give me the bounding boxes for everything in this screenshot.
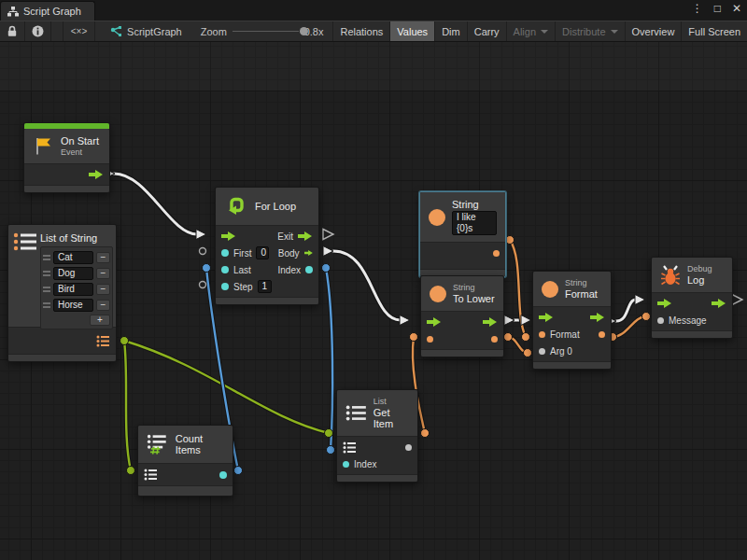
node-debug-log[interactable]: Debug Log Message (651, 257, 733, 339)
result-output-port[interactable] (599, 331, 605, 338)
carry-button[interactable]: Carry (467, 21, 506, 42)
node-on-start[interactable]: On Start Event (23, 122, 110, 193)
exec-output-port[interactable] (590, 313, 605, 322)
wire-endpoint[interactable] (234, 467, 243, 475)
last-input-port[interactable] (221, 266, 229, 273)
drag-handle-icon[interactable] (43, 255, 50, 260)
node-footer (337, 474, 417, 482)
tab-script-graph[interactable]: Script Graph (0, 1, 95, 21)
bug-icon (660, 265, 681, 286)
port-label-index: Index (354, 459, 376, 469)
list-item-field[interactable]: Bird (53, 283, 93, 296)
string-output-port[interactable] (491, 336, 498, 343)
wire-endpoint[interactable] (127, 467, 135, 475)
graph-canvas[interactable]: On Start Event Lis (0, 42, 747, 560)
node-footer (533, 361, 611, 369)
string-input-port[interactable] (427, 336, 433, 343)
first-input-port[interactable] (221, 249, 229, 257)
list-input-port[interactable] (343, 441, 357, 454)
zoom-slider-knob[interactable] (300, 27, 308, 35)
wire-endpoint[interactable] (522, 333, 530, 342)
node-string-literal[interactable]: String I like {0}s (419, 191, 506, 277)
maximize-icon[interactable]: □ (714, 2, 721, 15)
count-output-port[interactable] (219, 471, 227, 479)
wire-endpoint[interactable] (327, 446, 335, 455)
step-value-field[interactable]: 1 (258, 280, 273, 293)
exec-output-port[interactable] (712, 299, 726, 308)
list-output-port[interactable] (96, 335, 110, 347)
wire-endpoint[interactable] (524, 349, 532, 357)
node-footer (421, 349, 503, 357)
wire-endpoint[interactable] (410, 333, 418, 342)
window-menu-icon[interactable]: ⋮ (692, 2, 703, 15)
drag-handle-icon[interactable] (43, 302, 50, 308)
values-button[interactable]: Values (389, 21, 434, 42)
exec-output-port[interactable] (483, 317, 498, 327)
wire-endpoint[interactable] (203, 264, 211, 273)
wire-endpoint[interactable] (322, 264, 331, 273)
add-item-button[interactable]: + (90, 315, 110, 326)
node-list-of-string[interactable]: List of String Cat − Dog − Bird (7, 224, 117, 362)
drag-handle-icon[interactable] (43, 287, 50, 292)
dim-button[interactable]: Dim (434, 21, 467, 42)
overview-button[interactable]: Overview (625, 21, 682, 42)
port-label-last: Last (233, 265, 251, 275)
node-title: Format (565, 288, 598, 300)
list-input-port[interactable] (144, 469, 158, 481)
string-value-field[interactable]: I like {0}s (452, 211, 497, 235)
exit-output-port[interactable] (298, 231, 313, 241)
node-count-items[interactable]: Count Items (137, 425, 233, 497)
wire-endpoint[interactable] (120, 337, 129, 345)
exec-input-port[interactable] (539, 313, 554, 322)
list-item-field[interactable]: Horse (53, 299, 93, 312)
relations-button[interactable]: Relations (332, 21, 389, 42)
index-input-port[interactable] (343, 461, 349, 468)
string-output-port[interactable] (493, 250, 500, 257)
port-label-message: Message (669, 315, 707, 326)
remove-item-button[interactable]: − (96, 252, 110, 263)
info-button[interactable] (25, 21, 51, 42)
node-to-lower[interactable]: String To Lower (420, 275, 504, 357)
remove-item-button[interactable]: − (96, 284, 110, 295)
format-input-port[interactable] (539, 331, 545, 338)
graph-selector[interactable]: ScriptGraph (95, 26, 191, 37)
step-input-port[interactable] (221, 283, 229, 290)
exec-input-port[interactable] (427, 317, 442, 327)
distribute-button[interactable]: Distribute (555, 21, 624, 42)
node-get-item[interactable]: List Get Item Index (336, 389, 418, 483)
port-label-exit: Exit (277, 231, 293, 242)
exec-input-port[interactable] (221, 231, 236, 241)
wire-endpoint[interactable] (504, 333, 513, 342)
remove-item-button[interactable]: − (96, 300, 110, 311)
item-output-port[interactable] (405, 444, 412, 451)
exec-input-port[interactable] (657, 299, 672, 308)
flag-icon (33, 135, 54, 157)
close-icon[interactable]: ✕ (732, 2, 741, 15)
wire-endpoint[interactable] (506, 236, 514, 245)
message-input-port[interactable] (657, 317, 664, 324)
first-value-field[interactable]: 0 (256, 246, 268, 259)
wire-endpoint[interactable] (421, 429, 430, 438)
full-screen-button[interactable]: Full Screen (681, 21, 747, 42)
index-output-port[interactable] (305, 266, 313, 273)
node-for-loop[interactable]: For Loop Exit First 0 Body (215, 187, 319, 305)
node-format[interactable]: String Format Format Arg (532, 271, 612, 370)
list-item-field[interactable]: Cat (53, 251, 93, 264)
port-label-index: Index (278, 265, 301, 275)
wire-endpoint[interactable] (642, 313, 651, 321)
zoom-slider[interactable] (233, 27, 299, 36)
wire-forloop-body-to-tolower-enter[interactable] (333, 251, 401, 320)
remove-item-button[interactable]: − (96, 268, 110, 279)
arg0-input-port[interactable] (539, 348, 545, 355)
list-item-field[interactable]: Dog (53, 267, 93, 280)
wire-endpoint[interactable] (325, 429, 333, 438)
wire-onstart-to-forloop-enter-outline (114, 174, 197, 234)
align-button[interactable]: Align (506, 21, 555, 42)
exec-output-port[interactable] (89, 170, 104, 179)
body-output-port[interactable] (304, 248, 313, 258)
wire-forloop-index-to-getitem-index[interactable] (326, 268, 332, 450)
code-view-button[interactable]: <×> (63, 21, 95, 42)
lock-button[interactable] (0, 21, 25, 42)
node-footer (24, 185, 109, 192)
drag-handle-icon[interactable] (43, 271, 50, 276)
